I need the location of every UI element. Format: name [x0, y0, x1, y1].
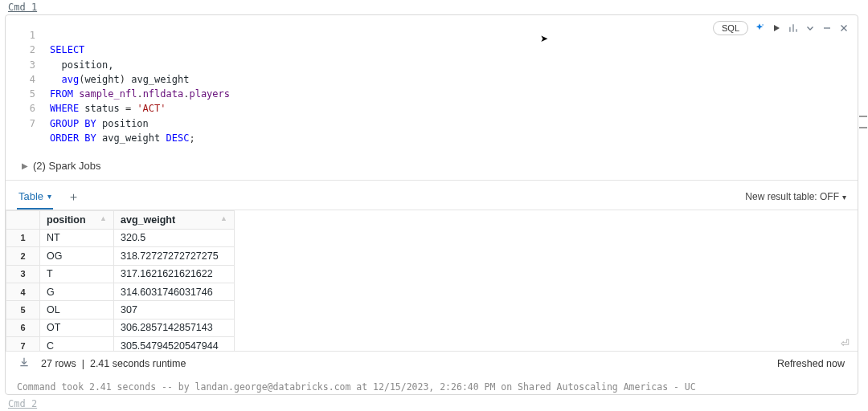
chart-icon[interactable] — [788, 22, 799, 34]
table-row[interactable]: 1NT320.5 — [6, 229, 235, 246]
next-cell-label: Cmd 2 — [5, 397, 40, 411]
chevron-right-icon: ▶ — [22, 161, 28, 170]
cell-position: OT — [40, 319, 114, 336]
results-table-wrap[interactable]: position▲ avg_weight▲ 1NT320.52OG318.727… — [6, 210, 858, 351]
cell-position: NT — [40, 229, 114, 246]
header-position[interactable]: position▲ — [40, 211, 114, 229]
code-editor[interactable]: 1 2 3 4 5 6 7 SELECT position, avg(weigh… — [6, 15, 858, 155]
resize-handle[interactable] — [859, 116, 867, 128]
row-count: 27 rows | 2.41 seconds runtime — [41, 358, 186, 369]
expand-down-icon[interactable] — [805, 22, 816, 34]
table-row[interactable]: 4G314.6031746031746 — [6, 283, 235, 300]
cell-avg-weight: 314.6031746031746 — [114, 283, 235, 300]
cell-avg-weight: 306.2857142857143 — [114, 319, 235, 336]
row-num: 6 — [6, 319, 40, 336]
svg-point-0 — [762, 24, 764, 26]
run-button[interactable] — [771, 22, 782, 34]
table-row[interactable]: 6OT306.2857142857143 — [6, 319, 235, 336]
sort-icon[interactable]: ▲ — [220, 214, 227, 222]
row-num: 5 — [6, 301, 40, 319]
row-num: 7 — [6, 337, 40, 352]
add-tab-button[interactable]: ＋ — [68, 189, 80, 205]
spark-jobs-toggle[interactable]: ▶ (2) Spark Jobs — [6, 155, 858, 180]
cell-avg-weight: 318.72727272727275 — [114, 247, 235, 265]
table-row[interactable]: 2OG318.72727272727275 — [6, 247, 235, 265]
cell-position: OL — [40, 301, 114, 319]
cell-position: G — [40, 283, 114, 300]
cell-position: C — [40, 337, 114, 352]
return-icon: ⏎ — [841, 337, 850, 349]
cell-toolbar: SQL — [713, 21, 850, 35]
table-row[interactable]: 3T317.1621621621622 — [6, 265, 235, 283]
row-num: 2 — [6, 247, 40, 265]
header-avg-weight[interactable]: avg_weight▲ — [114, 211, 235, 229]
new-result-table-toggle[interactable]: New result table: OFF ▾ — [745, 191, 846, 202]
results-table: position▲ avg_weight▲ 1NT320.52OG318.727… — [6, 210, 235, 351]
close-icon[interactable] — [838, 22, 850, 34]
row-num: 1 — [6, 229, 40, 246]
cell-avg-weight: 320.5 — [114, 229, 235, 246]
results-bar: Table ▾ ＋ New result table: OFF ▾ — [6, 180, 858, 210]
row-num: 3 — [6, 265, 40, 283]
table-row[interactable]: 7C305.54794520547944 — [6, 337, 235, 352]
language-selector[interactable]: SQL — [713, 21, 748, 35]
status-bar: 27 rows | 2.41 seconds runtime Refreshed… — [6, 351, 858, 375]
chevron-down-icon: ▾ — [47, 192, 51, 201]
tab-table[interactable]: Table ▾ — [17, 184, 53, 210]
cell-label: Cmd 1 — [5, 0, 40, 14]
command-footer: Command took 2.41 seconds -- by landan.g… — [6, 375, 858, 394]
sort-icon[interactable]: ▲ — [100, 214, 107, 222]
chevron-down-icon: ▾ — [842, 193, 846, 201]
assist-icon[interactable] — [754, 22, 765, 34]
table-row[interactable]: 5OL307 — [6, 301, 235, 319]
download-icon[interactable] — [18, 356, 30, 370]
row-num: 4 — [6, 283, 40, 300]
code-content[interactable]: SELECT position, avg(weight) avg_weight … — [50, 28, 230, 145]
cell-position: T — [40, 265, 114, 283]
notebook-cell: ➤ SQL 1 2 3 4 5 6 7 SE — [5, 14, 858, 395]
cell-avg-weight: 305.54794520547944 — [114, 337, 235, 352]
cell-position: OG — [40, 247, 114, 265]
header-rownum[interactable] — [6, 211, 40, 229]
line-gutter: 1 2 3 4 5 6 7 — [6, 28, 50, 145]
minimize-icon[interactable] — [821, 22, 833, 34]
refreshed-label: Refreshed now — [777, 358, 845, 369]
cell-avg-weight: 317.1621621621622 — [114, 265, 235, 283]
cell-avg-weight: 307 — [114, 301, 235, 319]
